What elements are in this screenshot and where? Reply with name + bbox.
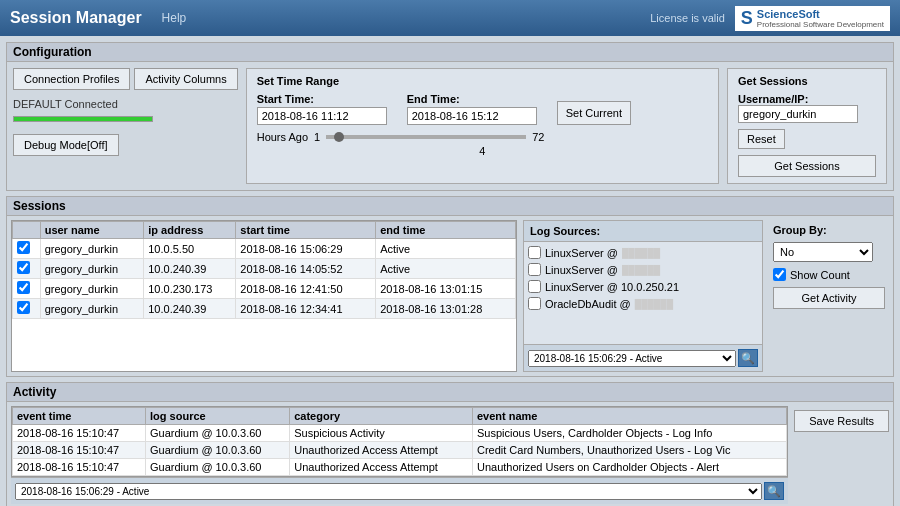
sessions-data-table: user name ip address start time end time… [12,221,516,319]
group-by-select[interactable]: No [773,242,873,262]
log-source-checkbox[interactable] [528,263,541,276]
row-end: Active [376,239,516,259]
act-event: Credit Card Numbers, Unauthorized Users … [472,442,786,459]
list-item[interactable]: OracleDbAudit @ ██████ [528,295,758,312]
session-checkbox[interactable] [17,281,30,294]
time-range-box: Set Time Range Start Time: End Time: Set… [246,68,719,184]
act-time: 2018-08-16 15:10:47 [13,425,146,442]
blurred-host: ██████ [622,265,660,275]
start-time-input[interactable] [257,107,387,125]
reset-button[interactable]: Reset [738,129,785,149]
logo-main-text: ScienceSoft [757,8,884,20]
connection-bar [13,116,153,122]
activity-columns-button[interactable]: Activity Columns [134,68,237,90]
list-item[interactable]: LinuxServer @ 10.0.250.21 [528,278,758,295]
slider-value: 4 [257,145,708,157]
hours-slider[interactable] [326,135,526,139]
username-input[interactable] [738,105,858,123]
activity-select[interactable]: 2018-08-16 15:06:29 - Active [15,483,762,500]
activity-section-title: Activity [7,383,893,402]
col-end: end time [376,222,516,239]
row-check[interactable] [13,299,41,319]
get-sessions-button[interactable]: Get Sessions [738,155,876,177]
activity-inner: event time log source category event nam… [7,402,893,506]
log-source-checkbox[interactable] [528,297,541,310]
sessions-inner: user name ip address start time end time… [7,216,893,376]
row-end: 2018-08-16 13:01:15 [376,279,516,299]
activity-table-container: event time log source category event nam… [11,406,788,504]
table-row[interactable]: 2018-08-16 15:10:47 Guardium @ 10.0.3.60… [13,442,787,459]
row-check[interactable] [13,239,41,259]
hours-max: 72 [532,131,544,143]
act-col-source: log source [146,408,290,425]
table-row[interactable]: gregory_durkin 10.0.230.173 2018-08-16 1… [13,279,516,299]
header-right: License is valid S ScienceSoft Professio… [650,6,890,31]
sessions-section: Sessions user name ip address start time… [6,196,894,377]
start-time-group: Start Time: [257,93,387,125]
table-row[interactable]: gregory_durkin 10.0.5.50 2018-08-16 15:0… [13,239,516,259]
show-count-checkbox[interactable] [773,268,786,281]
hours-min: 1 [314,131,320,143]
connection-profiles-button[interactable]: Connection Profiles [13,68,130,90]
app-title: Session Manager [10,9,142,27]
time-inputs: Start Time: End Time: Set Current [257,93,708,125]
show-count-row: Show Count [773,268,885,281]
set-current-button[interactable]: Set Current [557,101,631,125]
row-ip: 10.0.230.173 [144,279,236,299]
row-check[interactable] [13,259,41,279]
act-source: Guardium @ 10.0.3.60 [146,442,290,459]
activity-tbody: 2018-08-16 15:10:47 Guardium @ 10.0.3.60… [13,425,787,476]
start-time-label: Start Time: [257,93,387,105]
session-checkbox[interactable] [17,301,30,314]
table-row[interactable]: gregory_durkin 10.0.240.39 2018-08-16 12… [13,299,516,319]
act-time: 2018-08-16 15:10:47 [13,442,146,459]
group-by-label: Group By: [773,224,885,236]
log-source-checkbox[interactable] [528,246,541,259]
config-left: Connection Profiles Activity Columns DEF… [13,68,238,184]
license-status: License is valid [650,12,725,24]
debug-mode-button[interactable]: Debug Mode[Off] [13,134,119,156]
log-sources-list: LinuxServer @ ██████ LinuxServer @ █████… [524,242,762,344]
table-row[interactable]: 2018-08-16 15:10:47 Guardium @ 10.0.3.60… [13,425,787,442]
logo-box: S ScienceSoft Professional Software Deve… [735,6,890,31]
log-source-checkbox[interactable] [528,280,541,293]
row-end: 2018-08-16 13:01:28 [376,299,516,319]
log-sources-box: Log Sources: LinuxServer @ ██████ LinuxS… [523,220,763,372]
save-results-button[interactable]: Save Results [794,410,889,432]
col-check [13,222,41,239]
show-count-label: Show Count [790,269,850,281]
end-time-input[interactable] [407,107,537,125]
col-start: start time [236,222,376,239]
session-checkbox[interactable] [17,261,30,274]
get-sessions-title: Get Sessions [738,75,876,87]
sessions-section-title: Sessions [7,197,893,216]
activity-search-button[interactable]: 🔍 [764,482,784,500]
act-category: Unauthorized Access Attempt [290,459,473,476]
table-row[interactable]: gregory_durkin 10.0.240.39 2018-08-16 14… [13,259,516,279]
reset-get-row: Reset [738,129,876,149]
config-section-title: Configuration [7,43,893,62]
row-start: 2018-08-16 12:34:41 [236,299,376,319]
group-by-box: Group By: No Show Count Get Activity [769,220,889,372]
end-time-group: End Time: [407,93,537,125]
sessions-table: user name ip address start time end time… [11,220,517,372]
help-menu[interactable]: Help [162,11,187,25]
list-item[interactable]: LinuxServer @ ██████ [528,261,758,278]
log-sources-title: Log Sources: [524,221,762,242]
logo-text-group: ScienceSoft Professional Software Develo… [757,8,884,29]
session-checkbox[interactable] [17,241,30,254]
row-user: gregory_durkin [40,279,144,299]
list-item[interactable]: LinuxServer @ ██████ [528,244,758,261]
username-group: Username/IP: [738,93,876,123]
row-check[interactable] [13,279,41,299]
log-source-select[interactable]: 2018-08-16 15:06:29 - Active [528,350,736,367]
table-row[interactable]: 2018-08-16 15:10:47 Guardium @ 10.0.3.60… [13,459,787,476]
act-event: Suspicious Users, Cardholder Objects - L… [472,425,786,442]
header-left: Session Manager Help [10,9,186,27]
log-source-search-button[interactable]: 🔍 [738,349,758,367]
configuration-section: Configuration Connection Profiles Activi… [6,42,894,191]
blurred-host: ██████ [635,299,673,309]
act-category: Suspicious Activity [290,425,473,442]
sessions-tbody: gregory_durkin 10.0.5.50 2018-08-16 15:0… [13,239,516,319]
get-activity-button[interactable]: Get Activity [773,287,885,309]
